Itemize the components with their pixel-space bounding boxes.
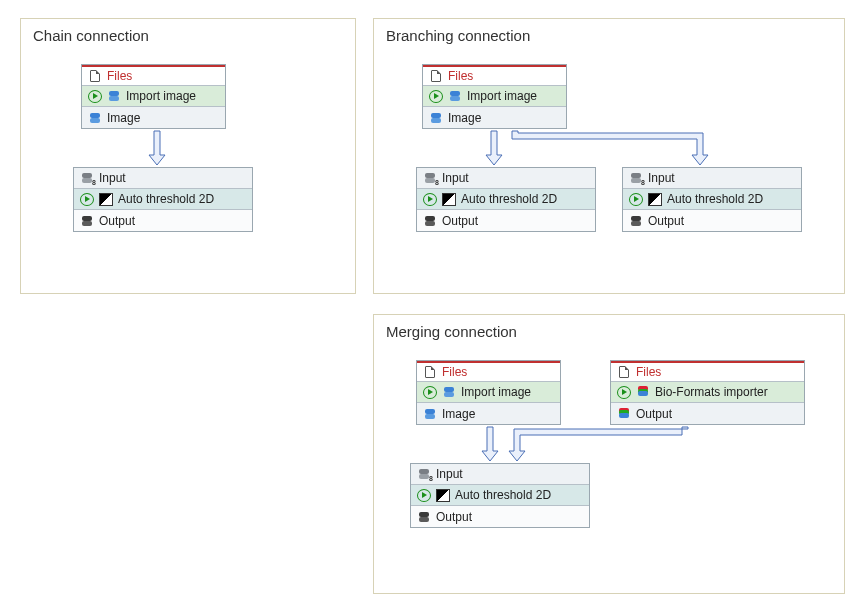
op-label: Auto threshold 2D (118, 192, 214, 206)
op-label: Import image (461, 385, 531, 399)
panel-title: Branching connection (386, 27, 530, 44)
slot-output: Output (417, 210, 595, 231)
slot-label: Input (99, 171, 126, 185)
connection-arrow (482, 427, 498, 463)
slot-label: Image (448, 111, 481, 125)
bioformats-icon (636, 385, 650, 399)
slot-input: 8 Input (411, 464, 589, 485)
op-label: Import image (467, 89, 537, 103)
slot-files: Files (82, 65, 225, 86)
panel-chain: Chain connection Files Import image Imag… (20, 18, 356, 294)
slot-label: Files (636, 365, 661, 379)
slot-label: Image (107, 111, 140, 125)
node-auto-threshold[interactable]: 8 Input Auto threshold 2D Output (73, 167, 253, 232)
mask-icon (629, 214, 643, 228)
slot-image: Image (423, 107, 566, 128)
slot-files: Files (417, 361, 560, 382)
slot-files: Files (423, 65, 566, 86)
slot-output: Output (74, 210, 252, 231)
op-row[interactable]: Auto threshold 2D (74, 189, 252, 210)
layers-icon (429, 111, 443, 125)
threshold-icon (99, 193, 113, 206)
slot-label: Files (442, 365, 467, 379)
panel-merge: Merging connection Files Import image Im… (373, 314, 845, 594)
connection-arrow (486, 131, 502, 167)
slot-files: Files (611, 361, 804, 382)
slot-label: Output (99, 214, 135, 228)
op-row[interactable]: Import image (417, 382, 560, 403)
threshold-icon (436, 489, 450, 502)
slot-label: Files (107, 69, 132, 83)
node-import-image[interactable]: Files Import image Image (416, 360, 561, 425)
slot-input: 8 Input (623, 168, 801, 189)
mask-icon (417, 510, 431, 524)
panel-title: Merging connection (386, 323, 517, 340)
node-bioformats[interactable]: Files Bio-Formats importer Output (610, 360, 805, 425)
slot-input: 8 Input (417, 168, 595, 189)
node-import-image[interactable]: Files Import image Image (81, 64, 226, 129)
connection-arrow (149, 131, 165, 167)
stack-icon: 8 (80, 171, 94, 185)
connection-arrow-merge (514, 427, 694, 463)
node-auto-threshold[interactable]: 8 Input Auto threshold 2D Output (416, 167, 596, 232)
op-row[interactable]: Auto threshold 2D (417, 189, 595, 210)
slot-image: Image (82, 107, 225, 128)
slot-label: Output (436, 510, 472, 524)
slot-label: Files (448, 69, 473, 83)
play-icon (417, 489, 431, 502)
slot-output: Output (623, 210, 801, 231)
op-label: Import image (126, 89, 196, 103)
slot-input: 8 Input (74, 168, 252, 189)
bioformats-icon (617, 407, 631, 421)
file-icon (88, 69, 102, 83)
stack-icon: 8 (629, 171, 643, 185)
file-icon (429, 69, 443, 83)
layers-icon (107, 89, 121, 103)
panel-branch: Branching connection Files Import image … (373, 18, 845, 294)
node-auto-threshold[interactable]: 8 Input Auto threshold 2D Output (410, 463, 590, 528)
play-icon (629, 193, 643, 206)
slot-label: Input (442, 171, 469, 185)
op-row[interactable]: Bio-Formats importer (611, 382, 804, 403)
threshold-icon (442, 193, 456, 206)
threshold-icon (648, 193, 662, 206)
slot-output: Output (611, 403, 804, 424)
node-auto-threshold[interactable]: 8 Input Auto threshold 2D Output (622, 167, 802, 232)
slot-label: Output (648, 214, 684, 228)
panel-title: Chain connection (33, 27, 149, 44)
slot-label: Output (636, 407, 672, 421)
op-row[interactable]: Import image (423, 86, 566, 107)
node-import-image[interactable]: Files Import image Image (422, 64, 567, 129)
slot-label: Input (648, 171, 675, 185)
slot-output: Output (411, 506, 589, 527)
layers-icon (442, 385, 456, 399)
mask-icon (80, 214, 94, 228)
slot-label: Image (442, 407, 475, 421)
stack-icon: 8 (423, 171, 437, 185)
slot-label: Input (436, 467, 463, 481)
play-icon (617, 386, 631, 399)
op-label: Bio-Formats importer (655, 385, 768, 399)
file-icon (617, 365, 631, 379)
play-icon (88, 90, 102, 103)
layers-icon (423, 407, 437, 421)
op-label: Auto threshold 2D (667, 192, 763, 206)
play-icon (80, 193, 94, 206)
layers-icon (88, 111, 102, 125)
slot-label: Output (442, 214, 478, 228)
mask-icon (423, 214, 437, 228)
op-label: Auto threshold 2D (461, 192, 557, 206)
op-row[interactable]: Auto threshold 2D (623, 189, 801, 210)
op-row[interactable]: Auto threshold 2D (411, 485, 589, 506)
op-row[interactable]: Import image (82, 86, 225, 107)
stack-icon: 8 (417, 467, 431, 481)
play-icon (423, 386, 437, 399)
play-icon (423, 193, 437, 206)
file-icon (423, 365, 437, 379)
op-label: Auto threshold 2D (455, 488, 551, 502)
layers-icon (448, 89, 462, 103)
slot-image: Image (417, 403, 560, 424)
play-icon (429, 90, 443, 103)
connection-arrow-branch (512, 131, 712, 167)
